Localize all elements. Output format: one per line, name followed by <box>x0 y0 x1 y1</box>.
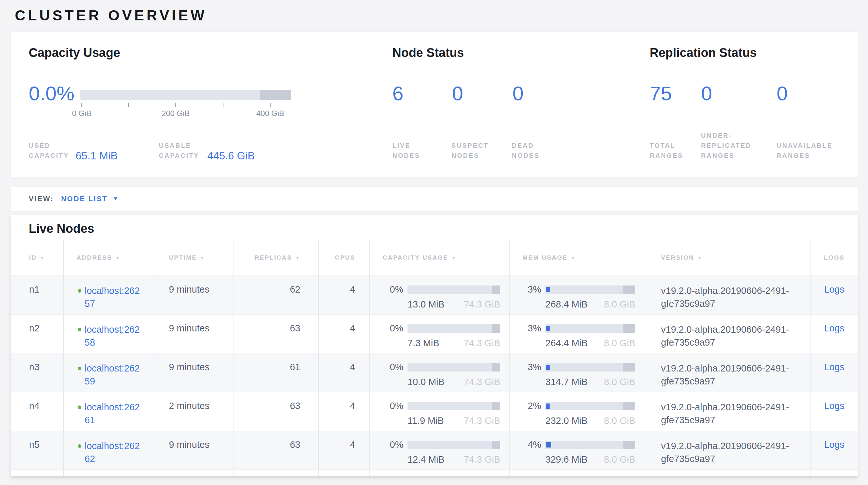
suspect-nodes-label: SUSPECT NODES <box>452 141 508 161</box>
node-address-link[interactable]: localhost:26257 <box>85 284 143 314</box>
node-version-cell: v19.2.0-alpha.20190606-2491-gfe735c9a97 <box>648 353 811 392</box>
node-id: n5 <box>11 431 64 469</box>
sort-desc-icon: ▼ <box>698 255 702 260</box>
capacity-percent: 0% <box>383 323 403 334</box>
node-live-status-icon <box>78 444 82 448</box>
node-version-cell: v19.2.0-alpha.20190606-2491-gfe735c9a97 <box>648 392 811 431</box>
node-address-cell: localhost:26261 <box>64 392 156 431</box>
column-header-address[interactable]: ADDRESS▼ <box>64 240 156 276</box>
mem-bar-fill <box>547 365 550 370</box>
sort-desc-icon: ▼ <box>571 255 576 260</box>
column-header-uptime[interactable]: UPTIME▼ <box>156 240 234 276</box>
logs-link[interactable]: Logs <box>824 439 844 450</box>
mem-used: 264.4 MiB <box>546 338 588 348</box>
mem-used: 232.0 MiB <box>546 416 588 426</box>
mem-used: 329.6 MiB <box>546 454 588 465</box>
capacity-used: 11.9 MiB <box>407 416 444 426</box>
mem-used: 314.7 MiB <box>546 377 588 387</box>
node-version: v19.2.0-alpha.20190606-2491-gfe735c9a97 <box>661 439 805 465</box>
live-nodes-count: 6 <box>392 83 403 104</box>
node-id: n2 <box>11 315 64 353</box>
capacity-percent: 0% <box>383 284 403 295</box>
under-replicated-ranges-count: 0 <box>701 83 712 104</box>
capacity-total: 74.3 GiB <box>464 454 500 465</box>
cluster-summary-card: Capacity Usage 0.0% 0 GiB 200 GiB 400 Gi… <box>11 32 858 177</box>
node-cpus: 4 <box>319 353 370 392</box>
capacity-percent: 0% <box>383 439 403 450</box>
logs-link[interactable]: Logs <box>824 323 844 333</box>
sort-desc-icon: ▼ <box>452 255 456 260</box>
node-uptime: 9 minutes <box>156 353 234 392</box>
sort-desc-icon: ▼ <box>200 255 205 260</box>
node-id: n3 <box>11 353 64 392</box>
logs-link[interactable]: Logs <box>824 284 844 294</box>
column-header-id[interactable]: ID▼ <box>11 240 64 276</box>
logs-link[interactable]: Logs <box>824 401 844 411</box>
axis-tick-label: 200 GiB <box>150 109 202 118</box>
node-status-title: Node Status <box>392 46 464 60</box>
node-address-link[interactable]: localhost:26262 <box>85 439 143 469</box>
node-mem-usage-cell: 2% 232.0 MiB8.0 GiB <box>509 392 648 431</box>
live-nodes-title: Live Nodes <box>29 222 94 236</box>
axis-tick-label: 0 GiB <box>56 109 107 118</box>
node-address-link[interactable]: localhost:26261 <box>85 401 143 431</box>
node-id: n4 <box>11 392 64 431</box>
node-uptime: 9 minutes <box>156 315 234 353</box>
table-row: n2 localhost:26258 9 minutes 63 4 0% 7.3… <box>11 314 858 353</box>
capacity-used: 13.0 MiB <box>407 299 444 310</box>
node-capacity-usage-cell: 0% 7.3 MiB74.3 GiB <box>370 315 509 353</box>
node-mem-usage-cell: 3% 268.4 MiB8.0 GiB <box>509 276 648 314</box>
node-logs-cell: Logs <box>811 392 858 431</box>
total-ranges-count: 75 <box>650 83 672 104</box>
chevron-down-icon[interactable]: ▼ <box>113 196 119 202</box>
view-dropdown[interactable]: NODE LIST <box>61 195 107 203</box>
capacity-bar-end-segment <box>492 286 500 294</box>
node-mem-usage-cell: 3% 264.4 MiB8.0 GiB <box>509 315 648 353</box>
live-nodes-label: LIVE NODES <box>392 141 441 161</box>
mem-percent: 4% <box>521 439 541 450</box>
mem-percent: 3% <box>521 362 541 372</box>
table-row: n1 localhost:26257 9 minutes 62 4 0% 13.… <box>11 276 858 314</box>
under-replicated-ranges-label: UNDER-REPLICATED RANGES <box>701 131 771 161</box>
node-uptime: 9 minutes <box>156 431 234 469</box>
replication-status-title: Replication Status <box>650 46 757 60</box>
column-header-mem-usage[interactable]: MEM USAGE▼ <box>509 240 648 276</box>
node-capacity-usage-cell: 0% 11.9 MiB74.3 GiB <box>370 392 509 431</box>
axis-tick <box>128 103 129 107</box>
mem-bar-fill <box>547 403 550 409</box>
used-capacity-label: USED CAPACITY <box>29 141 69 161</box>
column-header-replicas[interactable]: REPLICAS▼ <box>234 240 319 276</box>
capacity-bar-end-segment <box>492 402 500 410</box>
node-version: v19.2.0-alpha.20190606-2491-gfe735c9a97 <box>661 401 805 426</box>
column-header-capacity-usage[interactable]: CAPACITY USAGE▼ <box>370 240 509 276</box>
node-address-cell: localhost:26257 <box>64 276 156 314</box>
usable-capacity-stat: USABLE CAPACITY 445.6 GiB <box>159 141 255 161</box>
mem-bar <box>546 363 635 372</box>
capacity-percent: 0% <box>383 401 403 411</box>
node-address-cell: localhost:26259 <box>64 353 156 392</box>
node-replicas: 63 <box>234 431 319 469</box>
mem-bar-end-segment <box>623 286 635 294</box>
used-capacity-value: 65.1 MiB <box>75 150 118 161</box>
mem-bar-end-segment <box>623 324 635 333</box>
node-live-status-icon <box>78 328 82 332</box>
node-replicas: 62 <box>234 276 319 314</box>
axis-tick-label: 400 GiB <box>244 109 296 118</box>
node-address-link[interactable]: localhost:26258 <box>85 323 143 353</box>
page-title: CLUSTER OVERVIEW <box>15 7 207 24</box>
column-header-cpus: CPUS <box>319 240 370 276</box>
sort-desc-icon: ▼ <box>296 255 300 260</box>
unavailable-ranges-label: UNAVAILABLE RANGES <box>777 141 852 161</box>
node-logs-cell: Logs <box>811 276 858 314</box>
logs-link[interactable]: Logs <box>824 362 844 372</box>
node-replicas: 63 <box>234 315 319 353</box>
axis-tick <box>82 103 82 107</box>
capacity-bar <box>407 402 500 410</box>
capacity-total: 74.3 GiB <box>464 338 500 348</box>
node-cpus: 4 <box>319 276 370 314</box>
node-mem-usage-cell: 3% 314.7 MiB8.0 GiB <box>509 353 648 392</box>
column-header-version[interactable]: VERSION▼ <box>648 240 811 276</box>
mem-bar-end-segment <box>623 441 635 449</box>
node-address-link[interactable]: localhost:26259 <box>85 362 143 392</box>
column-header-logs: LOGS <box>811 240 858 276</box>
